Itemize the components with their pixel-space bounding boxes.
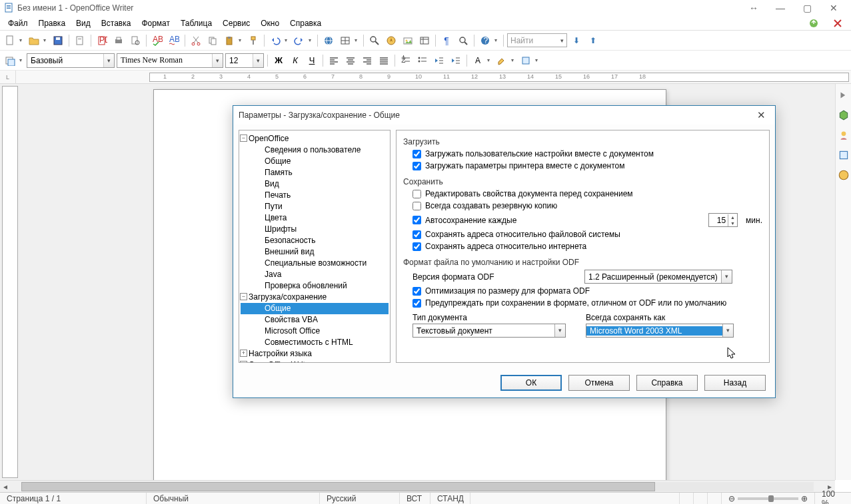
bg-color-dropdown-icon[interactable]: ▾ (535, 57, 540, 63)
highlight-dropdown-icon[interactable]: ▾ (511, 57, 516, 63)
new-doc-button[interactable] (3, 33, 17, 48)
checkbox-autosave[interactable] (413, 216, 421, 224)
zoom-value[interactable]: 100 % (815, 493, 851, 504)
tree-item[interactable]: Память (241, 167, 389, 178)
status-selection-mode[interactable]: СТАНД (430, 493, 470, 504)
checkbox-edit-props[interactable] (413, 190, 421, 198)
tree-item[interactable]: Шрифты (241, 224, 389, 235)
view-book-icon[interactable] (708, 493, 722, 504)
update-icon[interactable] (808, 18, 819, 29)
print-button[interactable] (111, 33, 126, 48)
back-button[interactable]: Назад (704, 375, 766, 391)
undo-button[interactable] (268, 33, 283, 48)
menu-help[interactable]: Справка (286, 17, 325, 29)
checkbox-load-user-settings[interactable] (413, 150, 421, 158)
scroll-track[interactable] (21, 482, 814, 491)
checkbox-rel-internet[interactable] (413, 242, 421, 251)
tree-item[interactable]: Свойства VBA (241, 314, 389, 326)
table-dropdown-icon[interactable]: ▾ (355, 37, 360, 43)
tree-item[interactable]: Совместимость с HTML (241, 337, 389, 348)
sidebar-gallery-icon[interactable] (838, 129, 850, 141)
horizontal-ruler[interactable]: 123456789101112131415161718 (149, 73, 849, 82)
tree-item[interactable]: Специальные возможности (241, 258, 389, 269)
tree-lang-settings[interactable]: +Настройки языка (241, 348, 389, 360)
gallery-button[interactable] (401, 33, 415, 48)
find-next-button[interactable]: ⬆ (586, 33, 600, 48)
zoom-in-icon[interactable]: ⊕ (801, 494, 808, 503)
help-button[interactable]: Справка (636, 375, 698, 391)
menu-window[interactable]: Окно (257, 17, 283, 29)
table-button[interactable] (338, 33, 353, 48)
paste-dropdown-icon[interactable]: ▾ (239, 37, 244, 43)
tree-openoffice[interactable]: −OpenOffice (241, 133, 389, 144)
close-doc-icon[interactable] (832, 18, 843, 29)
align-center-button[interactable] (343, 53, 358, 68)
find-replace-button[interactable] (367, 33, 382, 48)
saveas-dropdown[interactable]: Microsoft Word 2003 XML▾ (586, 324, 734, 338)
decrease-indent-button[interactable] (432, 53, 446, 68)
checkbox-rel-fs[interactable] (413, 230, 421, 239)
tree-item[interactable]: Печать (241, 190, 389, 201)
options-tree[interactable]: −OpenOffice Сведения о пользователе Общи… (239, 130, 391, 363)
menu-tools[interactable]: Сервис (219, 17, 254, 29)
zoom-button[interactable] (456, 33, 470, 48)
edit-doc-button[interactable] (73, 33, 87, 48)
status-language[interactable]: Русский (320, 493, 400, 504)
highlight-button[interactable] (494, 53, 509, 68)
view-multi-page-icon[interactable] (694, 493, 708, 504)
styles-dropdown-icon[interactable]: ▾ (19, 57, 25, 63)
bg-color-button[interactable] (518, 53, 533, 68)
export-pdf-button[interactable]: PDF (95, 33, 109, 48)
tree-load-save[interactable]: −Загрузка/сохранение (241, 292, 389, 303)
autosave-interval-spinner[interactable]: 15 ▲▼ (708, 213, 738, 227)
status-insert-mode[interactable]: ВСТ (400, 493, 430, 504)
scroll-thumb[interactable] (21, 482, 655, 491)
status-style[interactable]: Обычный (147, 493, 320, 504)
hyperlink-button[interactable] (321, 33, 336, 48)
cut-button[interactable] (189, 33, 203, 48)
italic-button[interactable]: К (288, 53, 303, 68)
align-justify-button[interactable] (377, 53, 391, 68)
spinner-down-icon[interactable]: ▼ (728, 220, 737, 226)
datasources-button[interactable] (417, 33, 432, 48)
menu-file[interactable]: Файл (4, 17, 32, 29)
zoom-slider[interactable]: ⊖ ⊕ (722, 493, 815, 504)
sidebar-toggle-icon[interactable] (838, 89, 850, 101)
checkbox-size-optimization[interactable] (413, 287, 421, 296)
bold-button[interactable]: Ж (271, 53, 286, 68)
find-field[interactable]: Найти▾ (507, 33, 567, 47)
view-single-page-icon[interactable] (680, 493, 694, 504)
undo-dropdown-icon[interactable]: ▾ (285, 37, 290, 43)
increase-indent-button[interactable] (448, 53, 463, 68)
close-button[interactable]: ✕ (820, 0, 847, 16)
dialog-close-button[interactable]: ✕ (753, 109, 770, 121)
help-dropdown-icon[interactable]: ▾ (494, 37, 500, 43)
tree-item[interactable]: Общие (241, 156, 389, 167)
print-preview-button[interactable] (128, 33, 143, 48)
vertical-ruler[interactable] (2, 86, 18, 478)
checkbox-backup[interactable] (413, 202, 421, 210)
tree-item[interactable]: Microsoft Office (241, 326, 389, 337)
redo-dropdown-icon[interactable]: ▾ (309, 37, 314, 43)
font-size-combo[interactable]: 12▾ (225, 53, 264, 68)
save-button[interactable] (51, 33, 65, 48)
doctype-dropdown[interactable]: Текстовый документ▾ (413, 324, 566, 338)
odf-version-dropdown[interactable]: 1.2 Расширенный (рекомендуется)▾ (584, 270, 732, 284)
maximize-button[interactable]: ▢ (794, 0, 820, 16)
tree-item[interactable]: Проверка обновлений (241, 280, 389, 292)
font-color-dropdown-icon[interactable]: ▾ (487, 57, 492, 63)
menu-view[interactable]: Вид (72, 17, 95, 29)
resize-horizontal-icon[interactable]: ↔ (740, 0, 767, 16)
tree-item[interactable]: Вид (241, 178, 389, 190)
menu-format[interactable]: Формат (137, 17, 174, 29)
copy-button[interactable] (205, 33, 220, 48)
spinner-up-icon[interactable]: ▲ (728, 214, 737, 220)
paragraph-style-combo[interactable]: Базовый▾ (27, 53, 115, 68)
font-color-button[interactable]: A (470, 53, 485, 68)
menu-edit[interactable]: Правка (35, 17, 70, 29)
numbered-list-button[interactable]: 12 (399, 53, 413, 68)
tree-item-general-selected[interactable]: Общие (241, 303, 389, 314)
checkbox-load-printer-settings[interactable] (413, 162, 421, 170)
open-button[interactable] (27, 33, 41, 48)
menu-insert[interactable]: Вставка (97, 17, 135, 29)
